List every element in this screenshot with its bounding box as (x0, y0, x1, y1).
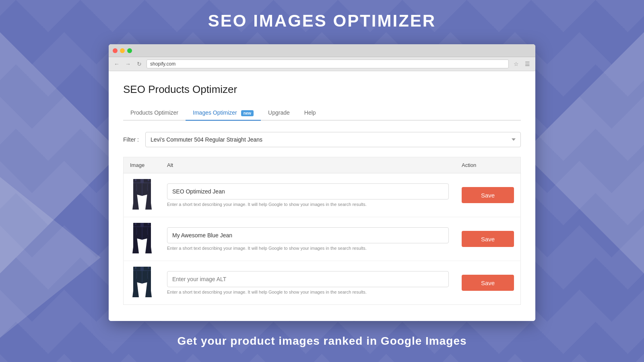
svg-rect-17 (135, 267, 136, 269)
svg-marker-2 (523, 32, 644, 274)
tab-images-optimizer[interactable]: Images Optimizer new (186, 105, 261, 121)
svg-rect-18 (148, 267, 149, 269)
save-button[interactable]: Save (462, 231, 514, 247)
bg-triangle-bottom-left (0, 177, 101, 338)
filter-row: Filter : Levi's Commuter 504 Regular Str… (123, 132, 521, 147)
alt-cell: Enter a short text describing your image… (161, 173, 455, 217)
alt-input[interactable] (167, 227, 449, 243)
menu-button[interactable]: ☰ (523, 60, 531, 68)
svg-rect-21 (133, 270, 151, 271)
image-cell (124, 261, 161, 305)
bookmark-button[interactable]: ☆ (512, 60, 520, 68)
svg-rect-15 (133, 226, 151, 227)
action-cell: Save (455, 173, 521, 217)
tab-upgrade[interactable]: Upgrade (261, 105, 297, 121)
browser-titlebar (109, 44, 535, 57)
browser-dot-maximize[interactable] (127, 48, 132, 53)
app-heading: SEO Products Optimizer (123, 83, 521, 96)
bg-triangle-right (523, 32, 644, 274)
svg-rect-6 (148, 179, 149, 181)
alt-hint: Enter a short text describing your image… (167, 246, 449, 251)
forward-button[interactable]: → (124, 60, 132, 68)
tab-products-optimizer[interactable]: Products Optimizer (123, 105, 186, 121)
svg-rect-9 (133, 182, 151, 183)
svg-rect-11 (135, 223, 136, 225)
alt-hint: Enter a short text describing your image… (167, 290, 449, 294)
col-action: Action (455, 157, 521, 173)
url-text: shopify.com (150, 61, 175, 67)
alt-cell: Enter a short text describing your image… (161, 217, 455, 261)
svg-marker-3 (0, 177, 101, 338)
product-image (130, 223, 154, 253)
product-image (130, 267, 154, 297)
alt-hint: Enter a short text describing your image… (167, 202, 449, 207)
filter-select[interactable]: Levi's Commuter 504 Regular Straight Jea… (145, 132, 521, 147)
refresh-button[interactable]: ↻ (135, 60, 143, 68)
tab-help[interactable]: Help (297, 105, 323, 121)
browser-nav: ← → ↻ shopify.com ☆ ☰ (109, 57, 535, 71)
product-image (130, 179, 154, 210)
app-content: SEO Products Optimizer Products Optimize… (109, 71, 535, 321)
tab-badge-new: new (241, 110, 254, 116)
browser-dot-minimize[interactable] (120, 48, 125, 53)
tab-bar: Products Optimizer Images Optimizer new … (123, 105, 521, 121)
table-row: Enter a short text describing your image… (124, 173, 521, 217)
alt-input[interactable] (167, 183, 449, 200)
action-cell: Save (455, 217, 521, 261)
svg-rect-12 (148, 223, 149, 225)
save-button[interactable]: Save (462, 187, 514, 203)
table-header: Image Alt Action (124, 157, 521, 173)
bottom-tagline: Get your product images ranked in Google… (177, 335, 466, 348)
action-cell: Save (455, 261, 521, 305)
col-alt: Alt (161, 157, 455, 173)
browser-dot-close[interactable] (113, 48, 118, 53)
browser-window: ← → ↻ shopify.com ☆ ☰ SEO Products Optim… (109, 44, 535, 321)
alt-cell: Enter a short text describing your image… (161, 261, 455, 305)
save-button[interactable]: Save (462, 275, 514, 291)
col-image: Image (124, 157, 161, 173)
table-row: Enter a short text describing your image… (124, 217, 521, 261)
image-cell (124, 217, 161, 261)
back-button[interactable]: ← (113, 60, 121, 68)
browser-chrome: ← → ↻ shopify.com ☆ ☰ (109, 44, 535, 71)
image-table: Image Alt Action (123, 157, 521, 305)
image-cell (124, 173, 161, 217)
alt-input[interactable] (167, 271, 449, 287)
filter-label: Filter : (123, 136, 139, 143)
table-body: Enter a short text describing your image… (124, 173, 521, 305)
page-title: SEO IMAGES OPTIMIZER (208, 11, 436, 31)
table-row: Enter a short text describing your image… (124, 261, 521, 305)
svg-rect-5 (135, 179, 136, 181)
address-bar[interactable]: shopify.com (147, 60, 509, 68)
